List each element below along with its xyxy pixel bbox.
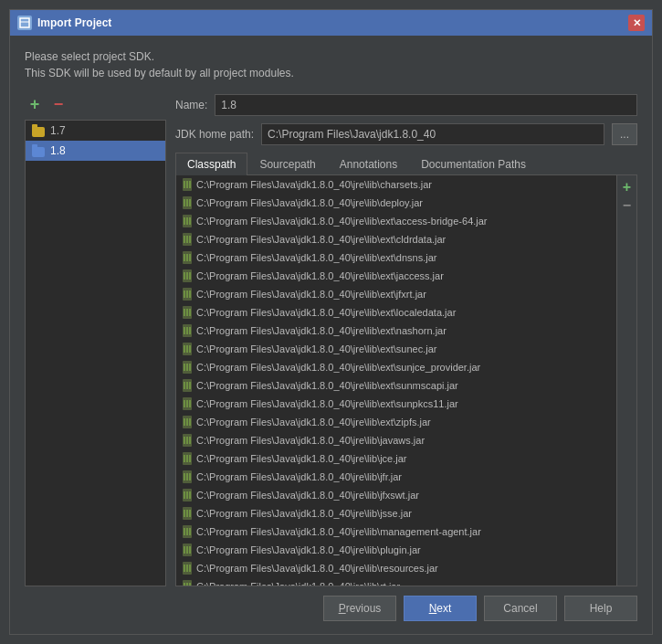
main-content: Please select project SDK. This SDK will… bbox=[10, 36, 652, 634]
folder-shape-blue bbox=[32, 147, 45, 157]
classpath-item-text: C:\Program Files\Java\jdk1.8.0_40\jre\li… bbox=[196, 307, 456, 318]
jdk-path-input[interactable] bbox=[261, 123, 604, 145]
classpath-item-text: C:\Program Files\Java\jdk1.8.0_40\jre\li… bbox=[196, 197, 423, 208]
classpath-item-text: C:\Program Files\Java\jdk1.8.0_40\jre\li… bbox=[196, 563, 438, 574]
classpath-item-text: C:\Program Files\Java\jdk1.8.0_40\jre\li… bbox=[196, 471, 402, 482]
jar-icon bbox=[182, 561, 193, 575]
classpath-item-text: C:\Program Files\Java\jdk1.8.0_40\jre\li… bbox=[196, 234, 446, 245]
cancel-button[interactable]: Cancel bbox=[484, 596, 557, 621]
list-item[interactable]: C:\Program Files\Java\jdk1.8.0_40\jre\li… bbox=[176, 340, 616, 358]
classpath-item-text: C:\Program Files\Java\jdk1.8.0_40\jre\li… bbox=[196, 581, 400, 586]
tab-annotations[interactable]: Annotations bbox=[328, 153, 409, 175]
list-item[interactable]: C:\Program Files\Java\jdk1.8.0_40\jre\li… bbox=[176, 523, 616, 541]
classpath-item-text: C:\Program Files\Java\jdk1.8.0_40\jre\li… bbox=[196, 508, 412, 519]
sdk-toolbar: + − bbox=[25, 94, 166, 114]
window-icon bbox=[17, 16, 32, 30]
list-item[interactable]: C:\Program Files\Java\jdk1.8.0_40\jre\li… bbox=[176, 395, 616, 413]
classpath-item-text: C:\Program Files\Java\jdk1.8.0_40\jre\li… bbox=[196, 526, 481, 537]
list-item[interactable]: C:\Program Files\Java\jdk1.8.0_40\jre\li… bbox=[176, 322, 616, 340]
description-line1: Please select project SDK. bbox=[25, 48, 637, 65]
folder-icon-18 bbox=[31, 143, 46, 158]
jar-icon bbox=[182, 269, 193, 283]
description-line2: This SDK will be used by default by all … bbox=[25, 65, 637, 81]
list-item[interactable]: C:\Program Files\Java\jdk1.8.0_40\jre\li… bbox=[176, 358, 616, 376]
previous-label: Previous bbox=[339, 602, 382, 615]
jar-icon bbox=[182, 433, 193, 448]
sdk-label-18: 1.8 bbox=[50, 144, 66, 157]
classpath-item-text: C:\Program Files\Java\jdk1.8.0_40\jre\li… bbox=[196, 252, 437, 263]
tabs-area: Classpath Sourcepath Annotations Documen… bbox=[175, 153, 637, 586]
browse-button[interactable]: ... bbox=[612, 123, 637, 145]
list-item[interactable]: C:\Program Files\Java\jdk1.8.0_40\jre\li… bbox=[176, 267, 616, 285]
list-item[interactable]: C:\Program Files\Java\jdk1.8.0_40\jre\li… bbox=[176, 468, 616, 486]
jdk-row: JDK home path: ... bbox=[175, 123, 637, 145]
list-item[interactable]: C:\Program Files\Java\jdk1.8.0_40\jre\li… bbox=[176, 486, 616, 504]
remove-sdk-button[interactable]: − bbox=[48, 94, 68, 114]
right-panel: Name: JDK home path: ... Classpath Sourc… bbox=[175, 94, 637, 586]
next-button[interactable]: Next bbox=[404, 596, 477, 621]
previous-button[interactable]: Previous bbox=[323, 596, 396, 621]
classpath-item-text: C:\Program Files\Java\jdk1.8.0_40\jre\li… bbox=[196, 289, 426, 300]
jar-icon bbox=[182, 305, 193, 320]
jar-icon bbox=[182, 470, 193, 484]
list-item[interactable]: C:\Program Files\Java\jdk1.8.0_40\jre\li… bbox=[176, 248, 616, 267]
list-item[interactable]: C:\Program Files\Java\jdk1.8.0_40\jre\li… bbox=[176, 212, 616, 230]
add-sdk-button[interactable]: + bbox=[25, 94, 45, 114]
close-button[interactable]: ✕ bbox=[628, 15, 645, 31]
jar-icon bbox=[182, 342, 193, 356]
tabs-header: Classpath Sourcepath Annotations Documen… bbox=[175, 153, 637, 175]
jdk-label: JDK home path: bbox=[175, 128, 254, 141]
jar-icon bbox=[182, 323, 193, 338]
jar-icon bbox=[182, 524, 193, 539]
jar-icon bbox=[182, 214, 193, 228]
classpath-item-text: C:\Program Files\Java\jdk1.8.0_40\jre\li… bbox=[196, 325, 447, 336]
list-item[interactable]: C:\Program Files\Java\jdk1.8.0_40\jre\li… bbox=[176, 376, 616, 395]
add-classpath-button[interactable]: + bbox=[619, 179, 636, 195]
list-item[interactable]: C:\Program Files\Java\jdk1.8.0_40\jre\li… bbox=[176, 449, 616, 468]
jar-icon bbox=[182, 396, 193, 411]
import-project-window: Import Project ✕ Please select project S… bbox=[9, 9, 653, 635]
classpath-item-text: C:\Program Files\Java\jdk1.8.0_40\jre\li… bbox=[196, 362, 480, 373]
list-item[interactable]: C:\Program Files\Java\jdk1.8.0_40\jre\li… bbox=[176, 504, 616, 523]
sdk-items-list[interactable]: 1.7 1.8 bbox=[25, 120, 166, 586]
list-item[interactable]: C:\Program Files\Java\jdk1.8.0_40\jre\li… bbox=[176, 285, 616, 303]
sdk-item-18[interactable]: 1.8 bbox=[26, 141, 165, 161]
help-button[interactable]: Help bbox=[564, 596, 637, 621]
jar-icon bbox=[182, 195, 193, 210]
list-item[interactable]: C:\Program Files\Java\jdk1.8.0_40\jre\li… bbox=[176, 230, 616, 248]
jar-icon bbox=[182, 360, 193, 375]
classpath-item-text: C:\Program Files\Java\jdk1.8.0_40\jre\li… bbox=[196, 544, 421, 555]
classpath-item-text: C:\Program Files\Java\jdk1.8.0_40\jre\li… bbox=[196, 453, 406, 464]
jar-icon bbox=[182, 378, 193, 393]
tab-documentation-paths[interactable]: Documentation Paths bbox=[409, 153, 538, 175]
name-row: Name: bbox=[175, 94, 637, 116]
name-input[interactable] bbox=[215, 94, 637, 116]
list-item[interactable]: C:\Program Files\Java\jdk1.8.0_40\jre\li… bbox=[176, 303, 616, 322]
jar-icon bbox=[182, 232, 193, 247]
list-item[interactable]: C:\Program Files\Java\jdk1.8.0_40\jre\li… bbox=[176, 541, 616, 559]
classpath-list[interactable]: C:\Program Files\Java\jdk1.8.0_40\jre\li… bbox=[176, 175, 616, 586]
tab-sourcepath[interactable]: Sourcepath bbox=[247, 153, 327, 175]
next-label: Next bbox=[429, 602, 452, 615]
titlebar: Import Project ✕ bbox=[10, 10, 652, 36]
main-area: + − 1.7 1.8 bbox=[25, 94, 637, 586]
window-title: Import Project bbox=[37, 16, 111, 29]
remove-classpath-button[interactable]: − bbox=[619, 197, 636, 214]
jar-icon bbox=[182, 506, 193, 521]
classpath-item-text: C:\Program Files\Java\jdk1.8.0_40\jre\li… bbox=[196, 398, 458, 409]
list-item[interactable]: C:\Program Files\Java\jdk1.8.0_40\jre\li… bbox=[176, 577, 616, 586]
jar-icon bbox=[182, 488, 193, 502]
tab-classpath[interactable]: Classpath bbox=[175, 153, 247, 175]
classpath-item-text: C:\Program Files\Java\jdk1.8.0_40\jre\li… bbox=[196, 417, 431, 428]
list-item[interactable]: C:\Program Files\Java\jdk1.8.0_40\jre\li… bbox=[176, 431, 616, 449]
jar-icon bbox=[182, 579, 193, 586]
folder-shape bbox=[32, 127, 45, 137]
classpath-content: C:\Program Files\Java\jdk1.8.0_40\jre\li… bbox=[175, 175, 637, 586]
list-item[interactable]: C:\Program Files\Java\jdk1.8.0_40\jre\li… bbox=[176, 413, 616, 431]
sdk-item-17[interactable]: 1.7 bbox=[26, 121, 165, 141]
classpath-item-text: C:\Program Files\Java\jdk1.8.0_40\jre\li… bbox=[196, 270, 444, 281]
jar-icon bbox=[182, 543, 193, 557]
list-item[interactable]: C:\Program Files\Java\jdk1.8.0_40\jre\li… bbox=[176, 559, 616, 577]
list-item[interactable]: C:\Program Files\Java\jdk1.8.0_40\jre\li… bbox=[176, 175, 616, 194]
list-item[interactable]: C:\Program Files\Java\jdk1.8.0_40\jre\li… bbox=[176, 194, 616, 212]
